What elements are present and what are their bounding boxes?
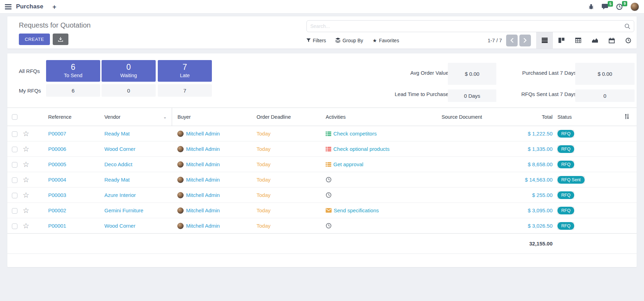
user-avatar[interactable] — [630, 2, 639, 11]
vendor-link[interactable]: Gemini Furniture — [104, 207, 143, 213]
group-by-button[interactable]: Group By — [335, 38, 363, 43]
kpi-late-all[interactable]: 7 Late — [158, 60, 212, 82]
table-row[interactable]: ☆P00002Gemini FurnitureMitchell AdminTod… — [7, 203, 637, 218]
status-badge: RFQ — [557, 207, 574, 214]
activity-label[interactable]: Get approval — [333, 161, 363, 167]
calendar-view-button[interactable] — [603, 32, 620, 49]
reference-link[interactable]: P00004 — [48, 177, 66, 183]
buyer-link[interactable]: Mitchell Admin — [186, 146, 220, 152]
table-row[interactable]: ☆P00003Azure InteriorMitchell AdminToday… — [7, 188, 637, 203]
row-checkbox[interactable] — [12, 162, 17, 168]
row-checkbox[interactable] — [12, 131, 17, 137]
vendor-link[interactable]: Wood Corner — [104, 223, 135, 229]
buyer-link[interactable]: Mitchell Admin — [186, 207, 220, 213]
favorites-button[interactable]: ★ Favorites — [372, 38, 399, 43]
table-row[interactable]: ☆P00007Ready MatMitchell AdminTodayCheck… — [7, 126, 637, 141]
kpi-to-send-all[interactable]: 6 To Send — [46, 60, 100, 82]
activity-label[interactable]: Check competitors — [333, 131, 377, 137]
vendor-link[interactable]: Deco Addict — [104, 161, 132, 167]
header-order-deadline[interactable]: Order Deadline — [249, 108, 318, 126]
reference-link[interactable]: P00003 — [48, 192, 66, 198]
activity-icon-button[interactable] — [326, 223, 332, 229]
reference-link[interactable]: P00002 — [48, 207, 66, 213]
kpi-to-send-my[interactable]: 6 — [46, 84, 100, 97]
table-row[interactable]: ☆P00004Ready MatMitchell AdminToday$ 14,… — [7, 172, 637, 188]
row-checkbox[interactable] — [12, 147, 17, 152]
buyer-link[interactable]: Mitchell Admin — [186, 177, 220, 183]
activity-view-button[interactable] — [620, 32, 637, 49]
create-button[interactable]: CREATE — [19, 34, 50, 45]
row-checkbox[interactable] — [12, 223, 17, 229]
buyer-link[interactable]: Mitchell Admin — [186, 192, 220, 198]
status-badge: RFQ — [557, 145, 574, 153]
order-deadline: Today — [257, 207, 271, 213]
reference-link[interactable]: P00006 — [48, 146, 66, 152]
reference-link[interactable]: P00001 — [48, 223, 66, 229]
reference-link[interactable]: P00007 — [48, 131, 66, 137]
list-view-button[interactable] — [536, 32, 553, 49]
debug-bug-icon[interactable] — [589, 4, 594, 9]
vendor-link[interactable]: Ready Mat — [104, 177, 130, 183]
star-toggle[interactable]: ☆ — [23, 145, 29, 153]
star-toggle[interactable]: ☆ — [23, 222, 29, 230]
activity-icon-button[interactable] — [326, 208, 332, 213]
messages-icon[interactable]: 5 — [601, 3, 608, 10]
kpi-waiting-my[interactable]: 0 — [102, 84, 156, 97]
reference-link[interactable]: P00005 — [48, 161, 66, 167]
row-checkbox[interactable] — [12, 177, 17, 183]
table-row[interactable]: ☆P00005Deco AddictMitchell AdminTodayGet… — [7, 157, 637, 172]
row-checkbox[interactable] — [12, 208, 17, 214]
header-activities[interactable]: Activities — [318, 108, 434, 126]
star-toggle[interactable]: ☆ — [23, 130, 29, 138]
activities-clock-icon[interactable]: 9 — [616, 3, 623, 10]
activity-icon-button[interactable] — [326, 192, 332, 198]
activity-icon-button[interactable] — [326, 177, 332, 183]
buyer-avatar — [177, 223, 184, 229]
buyer-link[interactable]: Mitchell Admin — [186, 223, 220, 229]
kpi-waiting-all[interactable]: 0 Waiting — [102, 60, 156, 82]
buyer-avatar — [177, 146, 184, 152]
vendor-link[interactable]: Ready Mat — [104, 131, 130, 137]
activity-label[interactable]: Check optional products — [333, 146, 390, 152]
export-button[interactable] — [53, 34, 68, 45]
activity-label[interactable]: Send specifications — [334, 207, 379, 213]
vendor-link[interactable]: Azure Interior — [104, 192, 136, 198]
star-toggle[interactable]: ☆ — [23, 206, 29, 214]
graph-view-button[interactable] — [586, 32, 603, 49]
app-name[interactable]: Purchase — [16, 3, 43, 10]
buyer-link[interactable]: Mitchell Admin — [186, 161, 220, 167]
header-source-document[interactable]: Source Document — [434, 108, 519, 126]
table-row[interactable]: ☆P00001Wood CornerMitchell AdminToday$ 3… — [7, 218, 637, 234]
source-document-cell — [434, 218, 519, 234]
star-icon: ★ — [372, 38, 377, 43]
star-toggle[interactable]: ☆ — [23, 176, 29, 184]
apps-menu-icon[interactable] — [5, 4, 12, 9]
star-toggle[interactable]: ☆ — [23, 160, 29, 168]
kpi-late-my[interactable]: 7 — [158, 84, 212, 97]
search-input[interactable] — [310, 23, 624, 29]
optional-columns-button[interactable] — [624, 114, 629, 119]
pager-previous-button[interactable] — [506, 35, 518, 46]
filter-funnel-icon — [306, 38, 311, 43]
pivot-view-button[interactable] — [570, 32, 586, 49]
filters-button[interactable]: Filters — [306, 38, 326, 43]
table-row[interactable]: ☆P00006Wood CornerMitchell AdminTodayChe… — [7, 141, 637, 157]
activity-icon-button[interactable] — [326, 162, 331, 167]
header-status[interactable]: Status — [555, 108, 615, 126]
vendor-link[interactable]: Wood Corner — [104, 146, 135, 152]
search-icon[interactable] — [624, 23, 630, 29]
source-document-cell — [434, 126, 519, 141]
star-toggle[interactable]: ☆ — [23, 191, 29, 199]
header-total[interactable]: Total — [519, 108, 555, 126]
header-reference[interactable]: Reference — [39, 108, 98, 126]
kanban-view-button[interactable] — [553, 32, 570, 49]
header-vendor[interactable]: Vendor⌄ — [98, 108, 172, 126]
pager-next-button[interactable] — [519, 35, 531, 46]
activity-icon-button[interactable] — [326, 131, 331, 136]
activity-icon-button[interactable] — [326, 147, 331, 152]
header-buyer[interactable]: Buyer — [172, 108, 249, 126]
row-checkbox[interactable] — [12, 193, 17, 198]
new-tab-button[interactable]: + — [52, 3, 56, 10]
select-all-checkbox[interactable] — [12, 114, 17, 120]
buyer-link[interactable]: Mitchell Admin — [186, 131, 220, 137]
